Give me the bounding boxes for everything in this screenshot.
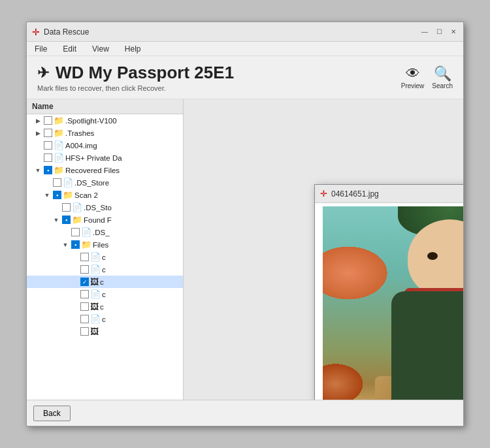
tree-item-label: Files [93,241,108,249]
chevron-down-icon: ▼ [61,242,70,248]
tree-checkbox[interactable] [53,178,61,187]
tree-checkbox[interactable] [44,129,52,137]
tree-item-label: .Spotlight-V100 [65,117,117,125]
list-item[interactable]: ✓ 🖼 c [27,276,183,288]
tree-checkbox[interactable]: ▪ [62,216,71,224]
tree-checkbox[interactable] [80,327,89,336]
preview-title-bar: ✛ 04614651.jpg — ☐ ✕ [315,185,463,203]
list-item[interactable]: ▼ ▪ 📁 Scan 2 [27,189,183,201]
tree-item-label: Scan 2 [74,191,98,199]
list-item[interactable]: 📄 A004.img [27,139,183,152]
file-icon: 📄 [90,264,101,274]
folder-icon: 📁 [54,128,64,138]
tree-item-label: .DS_Store [74,179,109,187]
file-icon: 📄 [63,178,73,187]
title-bar-left: ✛ Data Rescue [32,27,89,37]
tree-checkbox[interactable] [80,265,89,274]
preview-title-left: ✛ 04614651.jpg [320,189,379,199]
list-item[interactable]: 📄 c [27,288,183,300]
image-icon: 🖼 [90,327,99,336]
file-icon: 📄 [54,140,64,150]
photo-baby-outfit [391,291,463,400]
tree-item-label: c [100,303,104,311]
tree-checkbox[interactable] [71,228,80,236]
tree-checkbox[interactable]: ▪ [71,240,80,249]
menu-help[interactable]: Help [122,43,144,55]
tree-checkbox[interactable] [80,315,89,323]
list-item[interactable]: 📄 HFS+ Private Da [27,152,183,164]
drive-name: WD My Passport 25E1 [56,63,234,83]
folder-icon: 📁 [54,116,64,125]
main-content: Name ▶ 📁 .Spotlight-V100 ▶ 📁 .Trashes [27,99,463,400]
app-window: ✛ Data Rescue — ☐ ✕ File Edit View Help … [26,22,464,426]
folder-icon: 📁 [81,240,91,249]
menu-file[interactable]: File [32,43,50,55]
back-button[interactable]: Back [33,406,71,421]
list-item[interactable]: ▶ 📁 .Spotlight-V100 [27,114,183,127]
tree-checkbox[interactable] [62,203,71,212]
tree-checkbox[interactable] [44,153,52,162]
tree-checkbox[interactable] [44,116,52,125]
title-bar: ✛ Data Rescue — ☐ ✕ [27,22,463,42]
drive-title: ✈ WD My Passport 25E1 [37,63,234,83]
list-item[interactable]: ▼ ▪ 📁 Found F [27,214,183,226]
app-header: ✈ WD My Passport 25E1 Mark files to reco… [27,56,463,99]
list-item[interactable]: ▼ ▪ 📁 Files [27,238,183,251]
close-button[interactable]: ✕ [449,27,458,37]
file-icon: 📄 [72,202,82,212]
tree-item-label: c [102,253,106,261]
list-item[interactable]: 📄 c [27,263,183,276]
list-item[interactable]: ▼ ▪ 📁 Recovered Files [27,164,183,176]
file-tree-panel: Name ▶ 📁 .Spotlight-V100 ▶ 📁 .Trashes [27,99,184,400]
search-icon: 🔍 [434,65,451,82]
list-item[interactable]: 📄 .DS_Sto [27,201,183,214]
chevron-down-icon: ▼ [52,217,61,223]
photo-baby-body [385,239,463,400]
list-item[interactable]: 🖼 [27,325,183,338]
maximize-button[interactable]: ☐ [434,27,444,37]
tree-checkbox[interactable] [80,290,89,298]
bottom-bar: Back [27,400,463,426]
tree-checkbox[interactable]: ▪ [53,191,61,199]
header-tools: 👁 Preview 🔍 Search [401,65,453,89]
list-item[interactable]: 📄 .DS_ [27,226,183,238]
file-icon: 📄 [54,153,64,163]
folder-icon: 📁 [63,190,73,200]
tree-item-label: HFS+ Private Da [65,154,122,162]
tree-item-label: .DS_Sto [84,204,112,212]
tree-item-label: c [102,266,106,274]
minimize-button[interactable]: — [420,27,429,37]
tree-checkbox[interactable] [80,302,89,311]
chevron-down-icon: ▼ [33,167,42,174]
tree-checkbox[interactable] [80,253,89,261]
list-item[interactable]: ▶ 📁 .Trashes [27,127,183,139]
tree-item-label: c [100,278,104,286]
preview-label: Preview [401,82,425,89]
preview-filename: 04614651.jpg [331,189,379,199]
tree-item-label: .Trashes [65,129,94,137]
list-item[interactable]: 📄 c [27,251,183,263]
tree-item-label: c [102,291,106,298]
file-icon: 📄 [90,252,101,262]
search-label: Search [432,82,453,89]
menu-view[interactable]: View [90,43,112,55]
image-icon: 🖼 [90,277,99,287]
list-item[interactable]: 🖼 c [27,300,183,313]
chevron-right-icon: ▶ [33,130,42,136]
tree-item-label: .DS_ [93,229,110,236]
menu-edit[interactable]: Edit [60,43,79,55]
tree-checkbox[interactable]: ▪ [44,166,52,174]
photo-eye-left [427,252,438,260]
folder-icon: 📁 [54,165,64,175]
preview-image-wrapper [315,203,463,400]
preview-tool[interactable]: 👁 Preview [401,65,425,89]
eye-icon: 👁 [406,65,420,82]
drive-icon: ✈ [37,65,49,82]
search-tool[interactable]: 🔍 Search [432,65,453,89]
tree-header: Name [27,99,183,114]
tree-checkbox[interactable]: ✓ [80,278,89,286]
tree-checkbox[interactable] [44,141,52,150]
list-item[interactable]: 📄 c [27,313,183,325]
tree-item-label: Found F [84,216,112,224]
list-item[interactable]: 📄 .DS_Store [27,176,183,189]
